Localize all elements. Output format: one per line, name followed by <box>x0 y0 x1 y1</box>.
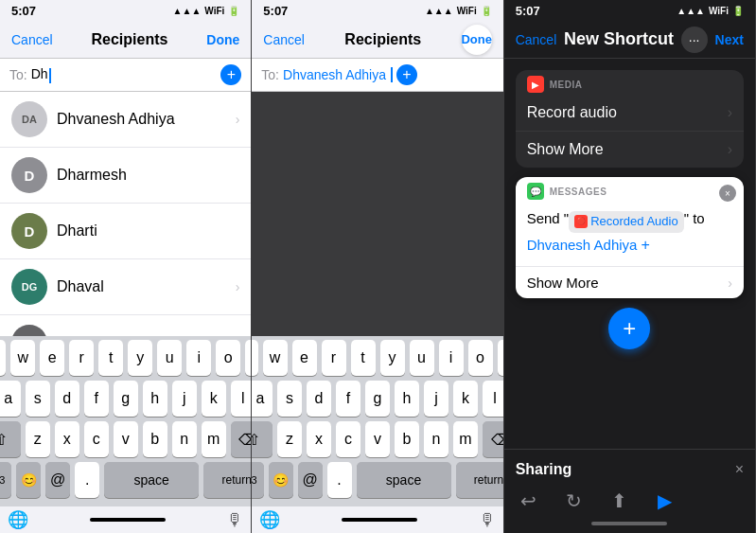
key2-l[interactable]: l <box>483 381 504 417</box>
key2-a[interactable]: a <box>252 381 273 417</box>
key2-v[interactable]: v <box>365 421 390 457</box>
key-a[interactable]: a <box>0 381 21 417</box>
key-j[interactable]: j <box>172 381 197 417</box>
record-audio-row[interactable]: Record audio › <box>516 95 744 131</box>
key2-y[interactable]: y <box>380 340 405 376</box>
message-recipient-link[interactable]: Dhvanesh Adhiya <box>527 237 638 253</box>
done-button-2[interactable]: Done <box>462 25 492 55</box>
key-f[interactable]: f <box>84 381 109 417</box>
key2-emoji[interactable]: 😊 <box>269 462 293 498</box>
key-at[interactable]: @ <box>45 462 70 498</box>
key-return[interactable]: return <box>203 462 252 498</box>
cancel-button-2[interactable]: Cancel <box>263 32 305 47</box>
key-m[interactable]: m <box>202 421 226 457</box>
key2-shift[interactable]: ⇧ <box>252 421 273 457</box>
key2-r[interactable]: r <box>322 340 346 376</box>
key2-n[interactable]: n <box>424 421 448 457</box>
add-recipient-inline-button[interactable]: + <box>642 237 650 253</box>
key-z[interactable]: z <box>26 421 50 457</box>
sharing-repeat-icon[interactable]: ↻ <box>561 488 588 514</box>
key-e[interactable]: e <box>40 340 64 376</box>
add-recipient-button-2[interactable]: + <box>396 64 417 85</box>
key-b[interactable]: b <box>143 421 167 457</box>
contact-item-dhvanesh[interactable]: DA Dhvanesh Adhiya › <box>0 92 251 148</box>
message-card-close-button[interactable]: × <box>719 185 736 202</box>
key2-at[interactable]: @ <box>298 462 323 498</box>
key2-i[interactable]: i <box>439 340 464 376</box>
more-options-button[interactable]: ··· <box>681 27 708 53</box>
key-k[interactable]: k <box>202 381 226 417</box>
mic-icon-1[interactable]: 🎙 <box>226 510 243 530</box>
key2-j[interactable]: j <box>424 381 448 417</box>
contact-item-dharmesh[interactable]: D Dharmesh <box>0 148 251 204</box>
key-p[interactable]: p <box>245 340 252 376</box>
recipient-pill[interactable]: Dhvanesh Adhiya <box>283 67 386 82</box>
key2-return[interactable]: return <box>456 462 504 498</box>
globe-icon-1[interactable]: 🌐 <box>8 509 28 530</box>
done-button-1[interactable]: Done <box>206 32 239 47</box>
media-show-more-row[interactable]: Show More › <box>516 131 744 168</box>
key2-delete[interactable]: ⌫ <box>483 421 504 457</box>
key-dot[interactable]: . <box>75 462 99 498</box>
contact-item-dhruv-banaji[interactable]: D Dhruv Banaji <box>0 315 251 336</box>
key-delete[interactable]: ⌫ <box>231 421 253 457</box>
key2-space[interactable]: space <box>357 462 451 498</box>
key-y[interactable]: y <box>128 340 152 376</box>
to-input-1[interactable]: Dh <box>31 66 218 82</box>
key2-m[interactable]: m <box>453 421 478 457</box>
key2-z[interactable]: z <box>277 421 302 457</box>
key-i[interactable]: i <box>186 340 211 376</box>
key-u[interactable]: u <box>157 340 182 376</box>
key2-q[interactable]: q <box>252 340 257 376</box>
key2-p[interactable]: p <box>498 340 504 376</box>
cancel-button-1[interactable]: Cancel <box>11 32 53 47</box>
key-c[interactable]: c <box>84 421 109 457</box>
key2-dot[interactable]: . <box>327 462 352 498</box>
key-shift[interactable]: ⇧ <box>0 421 21 457</box>
key-l[interactable]: l <box>231 381 253 417</box>
globe-icon-2[interactable]: 🌐 <box>259 509 280 530</box>
key2-t[interactable]: t <box>351 340 376 376</box>
cancel-button-3[interactable]: Cancel <box>516 32 557 47</box>
key2-x[interactable]: x <box>307 421 331 457</box>
key-x[interactable]: x <box>55 421 79 457</box>
mic-icon-2[interactable]: 🎙 <box>479 510 496 530</box>
recorded-audio-pill[interactable]: 🔴Recorded Audio <box>569 211 684 233</box>
key2-w[interactable]: w <box>263 340 288 376</box>
key-q[interactable]: q <box>0 340 6 376</box>
sharing-play-icon[interactable]: ▶ <box>652 488 678 514</box>
key2-123[interactable]: 123 <box>252 462 263 498</box>
key2-e[interactable]: e <box>292 340 317 376</box>
key-s[interactable]: s <box>26 381 50 417</box>
key2-g[interactable]: g <box>365 381 390 417</box>
key2-s[interactable]: s <box>277 381 302 417</box>
key-123[interactable]: 123 <box>0 462 11 498</box>
key2-b[interactable]: b <box>395 421 419 457</box>
key2-d[interactable]: d <box>307 381 331 417</box>
key-emoji[interactable]: 😊 <box>16 462 41 498</box>
key-space[interactable]: space <box>104 462 199 498</box>
add-action-fab[interactable]: + <box>608 308 650 349</box>
key2-f[interactable]: f <box>336 381 360 417</box>
key-d[interactable]: d <box>55 381 79 417</box>
sharing-upload-icon[interactable]: ⬆ <box>607 488 633 514</box>
key2-h[interactable]: h <box>395 381 419 417</box>
key2-o[interactable]: o <box>468 340 493 376</box>
add-recipient-button-1[interactable]: + <box>220 64 241 85</box>
sharing-close-button[interactable]: × <box>735 461 744 478</box>
key2-c[interactable]: c <box>336 421 360 457</box>
key-n[interactable]: n <box>172 421 197 457</box>
key-o[interactable]: o <box>216 340 240 376</box>
next-button[interactable]: Next <box>715 32 744 47</box>
key-r[interactable]: r <box>69 340 94 376</box>
key-v[interactable]: v <box>114 421 138 457</box>
sharing-replay-icon[interactable]: ↩ <box>516 488 542 514</box>
key-t[interactable]: t <box>98 340 123 376</box>
contact-item-dharti[interactable]: D Dharti <box>0 204 251 259</box>
message-show-more-row[interactable]: Show More › <box>516 266 744 298</box>
key2-k[interactable]: k <box>453 381 478 417</box>
key-g[interactable]: g <box>114 381 138 417</box>
key2-u[interactable]: u <box>410 340 434 376</box>
key-h[interactable]: h <box>143 381 167 417</box>
contact-item-dhaval[interactable]: DG Dhaval › <box>0 259 251 315</box>
